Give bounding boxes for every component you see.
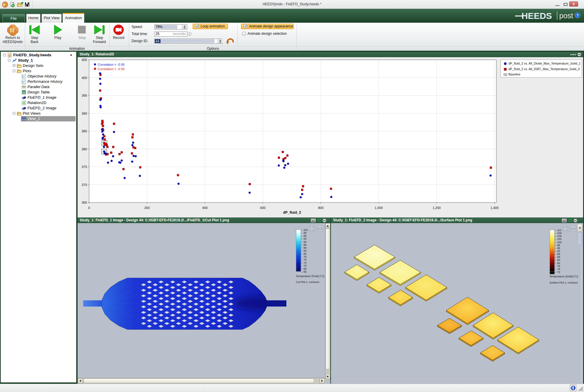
- svg-text:600: 600: [260, 206, 265, 210]
- svg-text:1,400: 1,400: [491, 206, 499, 210]
- svg-text:400: 400: [202, 206, 208, 210]
- svg-text:365: 365: [82, 201, 87, 204]
- svg-text:1:1: 1:1: [318, 227, 322, 230]
- svg-text:400: 400: [82, 76, 87, 80]
- svg-text:385: 385: [82, 129, 87, 133]
- svg-text:Correlation = -0.55: Correlation = -0.55: [98, 63, 124, 66]
- svg-text:Correlation = -0.55: Correlation = -0.55: [98, 67, 124, 71]
- svg-text:post: post: [559, 11, 573, 20]
- svg-text:200: 200: [144, 206, 150, 210]
- svg-text:800: 800: [318, 206, 323, 210]
- svg-text:1:1: 1:1: [571, 227, 575, 230]
- svg-text:405: 405: [82, 58, 87, 62]
- svg-text:1,000: 1,000: [375, 206, 383, 210]
- svg-text:0: 0: [88, 206, 90, 210]
- svg-text:370: 370: [82, 183, 87, 187]
- svg-text:HEEDS: HEEDS: [521, 11, 552, 21]
- svg-text:395: 395: [82, 94, 87, 97]
- svg-text:380: 380: [82, 147, 87, 151]
- svg-text:?: ?: [576, 13, 579, 18]
- svg-text:375: 375: [82, 165, 87, 169]
- svg-text:dP_fluid_2: dP_fluid_2: [283, 210, 301, 215]
- svg-text:1,200: 1,200: [433, 206, 441, 210]
- svg-text:390: 390: [82, 112, 87, 115]
